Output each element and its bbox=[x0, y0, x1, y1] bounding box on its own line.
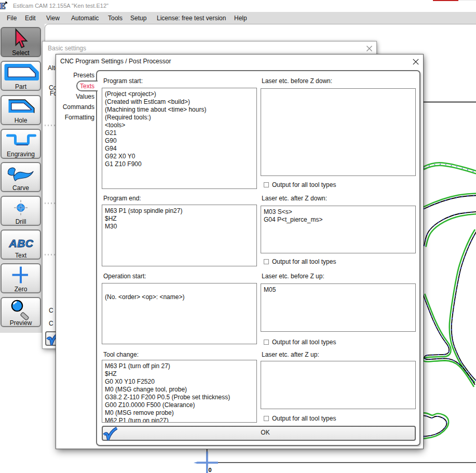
svg-text:0: 0 bbox=[209, 467, 212, 473]
